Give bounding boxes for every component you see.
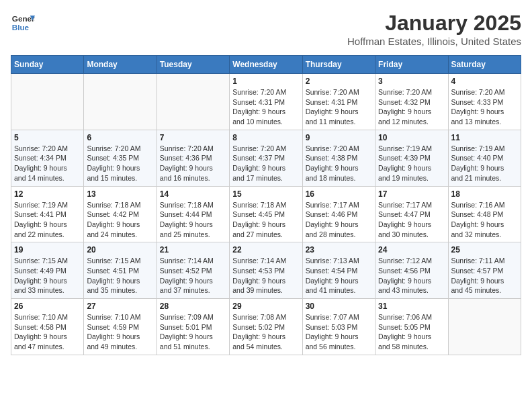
calendar-cell: 16Sunrise: 7:17 AM Sunset: 4:46 PM Dayli… (302, 186, 375, 242)
calendar-cell: 4Sunrise: 7:20 AM Sunset: 4:33 PM Daylig… (448, 74, 521, 130)
calendar-cell: 23Sunrise: 7:13 AM Sunset: 4:54 PM Dayli… (302, 242, 375, 299)
day-info: Sunrise: 7:18 AM Sunset: 4:42 PM Dayligh… (87, 200, 153, 240)
day-number: 9 (306, 133, 372, 142)
calendar-day-header: Sunday (11, 56, 84, 74)
day-number: 24 (378, 245, 445, 255)
page-header: General Blue January 2025 Hoffman Estate… (11, 11, 521, 47)
day-info: Sunrise: 7:12 AM Sunset: 4:56 PM Dayligh… (378, 256, 445, 295)
day-number: 5 (14, 133, 81, 142)
day-number: 23 (306, 245, 372, 255)
logo-icon: General Blue (11, 11, 35, 35)
day-number: 7 (160, 133, 226, 142)
day-info: Sunrise: 7:20 AM Sunset: 4:31 PM Dayligh… (232, 87, 299, 127)
day-number: 8 (232, 133, 299, 142)
calendar-body: 1Sunrise: 7:20 AM Sunset: 4:31 PM Daylig… (11, 74, 521, 355)
day-info: Sunrise: 7:20 AM Sunset: 4:34 PM Dayligh… (14, 144, 81, 183)
calendar-cell: 24Sunrise: 7:12 AM Sunset: 4:56 PM Dayli… (375, 242, 448, 299)
day-info: Sunrise: 7:20 AM Sunset: 4:31 PM Dayligh… (306, 87, 372, 127)
calendar-week-row: 1Sunrise: 7:20 AM Sunset: 4:31 PM Daylig… (11, 74, 521, 130)
calendar-cell: 9Sunrise: 7:20 AM Sunset: 4:38 PM Daylig… (302, 130, 375, 186)
day-info: Sunrise: 7:06 AM Sunset: 5:05 PM Dayligh… (378, 312, 445, 352)
day-number: 17 (378, 189, 445, 199)
calendar-cell: 22Sunrise: 7:14 AM Sunset: 4:53 PM Dayli… (230, 242, 302, 299)
day-number: 6 (87, 133, 153, 142)
day-number: 16 (306, 189, 372, 199)
day-info: Sunrise: 7:10 AM Sunset: 4:58 PM Dayligh… (14, 312, 81, 352)
calendar-cell: 5Sunrise: 7:20 AM Sunset: 4:34 PM Daylig… (11, 130, 84, 186)
calendar-cell: 28Sunrise: 7:09 AM Sunset: 5:01 PM Dayli… (157, 299, 229, 355)
calendar-day-header: Monday (84, 56, 157, 74)
day-number: 21 (160, 245, 226, 255)
logo: General Blue (11, 11, 35, 35)
page-title: January 2025 (347, 11, 521, 36)
day-number: 1 (232, 77, 299, 86)
day-info: Sunrise: 7:20 AM Sunset: 4:36 PM Dayligh… (160, 144, 226, 183)
day-info: Sunrise: 7:07 AM Sunset: 5:03 PM Dayligh… (306, 312, 372, 352)
calendar-week-row: 19Sunrise: 7:15 AM Sunset: 4:49 PM Dayli… (11, 242, 521, 299)
calendar-cell: 10Sunrise: 7:19 AM Sunset: 4:39 PM Dayli… (375, 130, 448, 186)
day-number: 20 (87, 245, 153, 255)
day-number: 27 (87, 302, 153, 311)
calendar-cell: 26Sunrise: 7:10 AM Sunset: 4:58 PM Dayli… (11, 299, 84, 355)
day-info: Sunrise: 7:14 AM Sunset: 4:53 PM Dayligh… (232, 256, 299, 295)
calendar-day-header: Saturday (448, 56, 521, 74)
svg-text:General: General (12, 14, 35, 23)
calendar-cell: 12Sunrise: 7:19 AM Sunset: 4:41 PM Dayli… (11, 186, 84, 242)
day-number: 31 (378, 302, 445, 311)
day-number: 22 (232, 245, 299, 255)
day-number: 19 (14, 245, 81, 255)
calendar-cell: 17Sunrise: 7:17 AM Sunset: 4:47 PM Dayli… (375, 186, 448, 242)
svg-text:Blue: Blue (12, 23, 30, 32)
day-info: Sunrise: 7:10 AM Sunset: 4:59 PM Dayligh… (87, 312, 153, 352)
day-number: 25 (451, 245, 518, 255)
day-number: 15 (232, 189, 299, 199)
calendar-cell: 11Sunrise: 7:19 AM Sunset: 4:40 PM Dayli… (448, 130, 521, 186)
day-info: Sunrise: 7:19 AM Sunset: 4:39 PM Dayligh… (378, 144, 445, 183)
calendar-cell: 3Sunrise: 7:20 AM Sunset: 4:32 PM Daylig… (375, 74, 448, 130)
calendar-table: SundayMondayTuesdayWednesdayThursdayFrid… (11, 55, 521, 355)
day-info: Sunrise: 7:20 AM Sunset: 4:32 PM Dayligh… (378, 87, 445, 127)
calendar-cell (448, 299, 521, 355)
day-info: Sunrise: 7:15 AM Sunset: 4:51 PM Dayligh… (87, 256, 153, 295)
day-number: 2 (306, 77, 372, 86)
calendar-cell: 21Sunrise: 7:14 AM Sunset: 4:52 PM Dayli… (157, 242, 229, 299)
calendar-cell: 7Sunrise: 7:20 AM Sunset: 4:36 PM Daylig… (157, 130, 229, 186)
calendar-cell: 29Sunrise: 7:08 AM Sunset: 5:02 PM Dayli… (230, 299, 302, 355)
calendar-cell: 2Sunrise: 7:20 AM Sunset: 4:31 PM Daylig… (302, 74, 375, 130)
calendar-cell: 27Sunrise: 7:10 AM Sunset: 4:59 PM Dayli… (84, 299, 157, 355)
calendar-week-row: 26Sunrise: 7:10 AM Sunset: 4:58 PM Dayli… (11, 299, 521, 355)
day-info: Sunrise: 7:18 AM Sunset: 4:45 PM Dayligh… (232, 200, 299, 240)
day-number: 4 (451, 77, 518, 86)
day-info: Sunrise: 7:09 AM Sunset: 5:01 PM Dayligh… (160, 312, 226, 352)
day-info: Sunrise: 7:08 AM Sunset: 5:02 PM Dayligh… (232, 312, 299, 352)
calendar-cell: 1Sunrise: 7:20 AM Sunset: 4:31 PM Daylig… (230, 74, 302, 130)
day-info: Sunrise: 7:19 AM Sunset: 4:40 PM Dayligh… (451, 144, 518, 183)
day-info: Sunrise: 7:15 AM Sunset: 4:49 PM Dayligh… (14, 256, 81, 295)
day-info: Sunrise: 7:20 AM Sunset: 4:37 PM Dayligh… (232, 144, 299, 183)
day-number: 29 (232, 302, 299, 311)
calendar-cell: 15Sunrise: 7:18 AM Sunset: 4:45 PM Dayli… (230, 186, 302, 242)
calendar-cell: 18Sunrise: 7:16 AM Sunset: 4:48 PM Dayli… (448, 186, 521, 242)
day-info: Sunrise: 7:17 AM Sunset: 4:47 PM Dayligh… (378, 200, 445, 240)
calendar-cell: 6Sunrise: 7:20 AM Sunset: 4:35 PM Daylig… (84, 130, 157, 186)
day-info: Sunrise: 7:13 AM Sunset: 4:54 PM Dayligh… (306, 256, 372, 295)
day-info: Sunrise: 7:17 AM Sunset: 4:46 PM Dayligh… (306, 200, 372, 240)
calendar-cell: 13Sunrise: 7:18 AM Sunset: 4:42 PM Dayli… (84, 186, 157, 242)
day-number: 3 (378, 77, 445, 86)
calendar-cell (157, 74, 229, 130)
day-info: Sunrise: 7:11 AM Sunset: 4:57 PM Dayligh… (451, 256, 518, 295)
calendar-header: SundayMondayTuesdayWednesdayThursdayFrid… (11, 56, 521, 74)
calendar-day-header: Thursday (302, 56, 375, 74)
calendar-cell (11, 74, 84, 130)
calendar-day-header: Tuesday (157, 56, 229, 74)
calendar-day-header: Friday (375, 56, 448, 74)
calendar-day-header: Wednesday (230, 56, 302, 74)
day-number: 14 (160, 189, 226, 199)
calendar-cell: 8Sunrise: 7:20 AM Sunset: 4:37 PM Daylig… (230, 130, 302, 186)
day-number: 18 (451, 189, 518, 199)
day-info: Sunrise: 7:16 AM Sunset: 4:48 PM Dayligh… (451, 200, 518, 240)
title-block: January 2025 Hoffman Estates, Illinois, … (347, 11, 521, 47)
calendar-cell: 14Sunrise: 7:18 AM Sunset: 4:44 PM Dayli… (157, 186, 229, 242)
day-number: 26 (14, 302, 81, 311)
calendar-cell: 31Sunrise: 7:06 AM Sunset: 5:05 PM Dayli… (375, 299, 448, 355)
